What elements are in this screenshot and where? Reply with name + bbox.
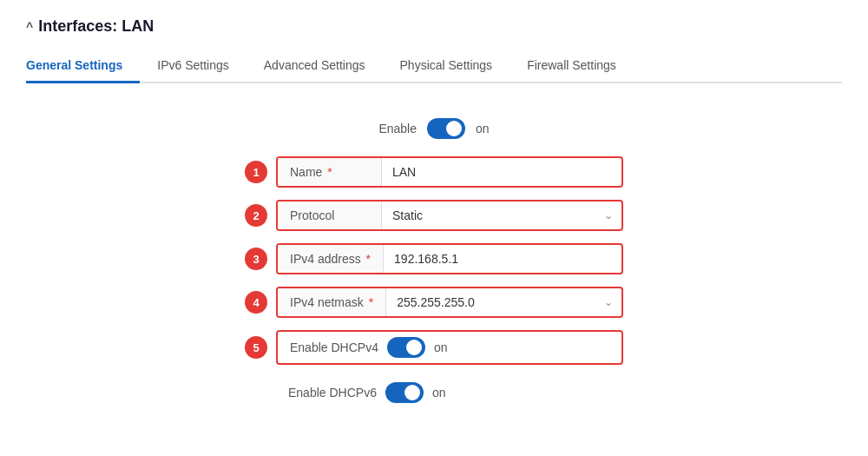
ipv4-address-row: 3 IPv4 address * (26, 243, 842, 274)
tab-general-settings[interactable]: General Settings (26, 50, 140, 83)
name-row: 1 Name * (26, 156, 842, 188)
dhcpv4-toggle[interactable] (387, 337, 425, 358)
page-title: ^ Interfaces: LAN (26, 17, 842, 36)
dhcpv4-box: Enable DHCPv4 on (276, 330, 623, 365)
ipv4-netmask-select-wrap: 255.255.255.0 255.255.0.0 255.0.0.0 ⌄ (386, 288, 621, 316)
interface-title: Interfaces: LAN (38, 17, 154, 36)
ipv4-netmask-label: IPv4 netmask * (278, 288, 386, 316)
required-star-netmask: * (365, 295, 373, 309)
step-badge-3: 3 (245, 248, 267, 270)
dhcpv4-state: on (434, 340, 448, 354)
form-section: Enable on 1 Name * 2 Protocol (26, 109, 842, 429)
name-field-box: Name * (276, 156, 623, 188)
tab-physical-settings[interactable]: Physical Settings (383, 50, 510, 83)
protocol-row: 2 Protocol Static DHCP DHCPv6 PPPoE Stat… (26, 200, 842, 231)
tab-firewall-settings[interactable]: Firewall Settings (510, 50, 634, 83)
enable-toggle-state: on (476, 122, 490, 135)
enable-toggle[interactable] (427, 118, 465, 139)
ipv4-address-label: IPv4 address * (278, 245, 384, 273)
dhcpv6-state: on (432, 386, 446, 400)
ipv4-address-input[interactable] (384, 245, 621, 273)
ipv4-netmask-field-box: IPv4 netmask * 255.255.255.0 255.255.0.0… (276, 287, 623, 318)
tab-advanced-settings[interactable]: Advanced Settings (247, 50, 383, 83)
step-badge-4: 4 (245, 291, 267, 314)
dhcpv6-toggle[interactable] (385, 382, 424, 403)
dhcpv4-row: 5 Enable DHCPv4 on (26, 330, 842, 365)
tab-bar: General Settings IPv6 Settings Advanced … (26, 50, 842, 83)
enable-label: Enable (378, 122, 417, 135)
name-input[interactable] (382, 158, 621, 186)
ipv4-netmask-select[interactable]: 255.255.255.0 255.255.0.0 255.0.0.0 (386, 288, 621, 316)
protocol-label: Protocol (278, 202, 382, 229)
name-label: Name * (278, 158, 382, 186)
enable-row: Enable on (26, 118, 842, 139)
step-badge-2: 2 (245, 204, 267, 227)
step-badge-1: 1 (245, 161, 267, 183)
dhcpv4-label: Enable DHCPv4 (290, 340, 378, 354)
protocol-field-box: Protocol Static DHCP DHCPv6 PPPoE Static… (276, 200, 623, 231)
protocol-select[interactable]: Static DHCP DHCPv6 PPPoE Static IPv6 (382, 202, 621, 229)
dhcpv6-row: Enable DHCPv6 on (26, 377, 842, 408)
required-star-ipv4: * (363, 252, 371, 266)
dhcpv6-label: Enable DHCPv6 (288, 386, 377, 400)
page-container: ^ Interfaces: LAN General Settings IPv6 … (0, 0, 868, 446)
tab-ipv6-settings[interactable]: IPv6 Settings (140, 50, 247, 83)
dhcpv6-box: Enable DHCPv6 on (276, 377, 623, 408)
ipv4-netmask-row: 4 IPv4 netmask * 255.255.255.0 255.255.0… (26, 287, 842, 318)
ipv4-address-field-box: IPv4 address * (276, 243, 623, 274)
required-star-name: * (324, 165, 332, 179)
collapse-icon[interactable]: ^ (26, 20, 33, 34)
step-badge-5: 5 (245, 336, 267, 359)
protocol-select-wrap: Static DHCP DHCPv6 PPPoE Static IPv6 ⌄ (382, 202, 621, 229)
